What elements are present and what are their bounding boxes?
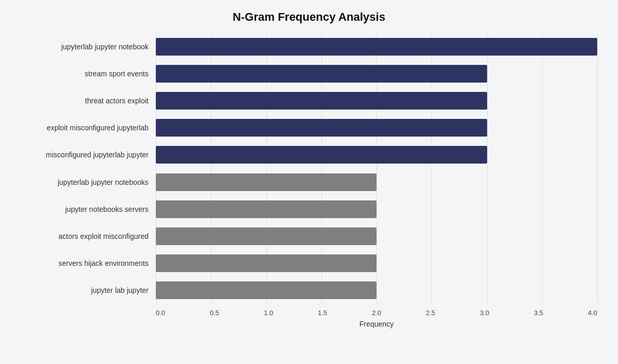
chart-container: N-Gram Frequency Analysis jupyterlab jup… <box>0 0 618 364</box>
bar-label: servers hijack environments <box>21 259 156 267</box>
bar-row: actors exploit misconfigured <box>21 223 597 250</box>
bar-fill <box>156 92 487 110</box>
x-tick: 3.0 <box>480 309 489 317</box>
bar-track <box>156 65 597 83</box>
x-tick: 2.5 <box>426 309 435 317</box>
x-tick: 2.0 <box>372 309 381 317</box>
bar-row: jupyter notebooks servers <box>21 196 597 223</box>
bar-track <box>156 146 597 164</box>
x-axis: 0.00.51.01.52.02.53.03.54.0 <box>156 309 597 317</box>
bar-fill <box>156 281 377 299</box>
bar-track <box>156 173 597 191</box>
bar-fill <box>156 200 377 218</box>
bar-track <box>156 200 597 218</box>
bar-label: jupyter notebooks servers <box>21 205 156 213</box>
bar-track <box>156 281 597 299</box>
bar-row: misconfigured jupyterlab jupyter <box>21 141 597 168</box>
bar-row: jupyterlab jupyter notebook <box>21 33 597 60</box>
bar-label: stream sport events <box>21 70 156 78</box>
x-axis-labels: 0.00.51.01.52.02.53.03.54.0 <box>156 309 597 317</box>
x-tick: 4.0 <box>588 309 597 317</box>
bar-fill <box>156 173 377 191</box>
bar-fill <box>156 65 487 83</box>
bar-label: jupyter lab jupyter <box>21 286 156 294</box>
bar-track <box>156 38 597 56</box>
bar-track <box>156 227 597 245</box>
x-tick: 1.0 <box>264 309 273 317</box>
bar-label: threat actors exploit <box>21 97 156 105</box>
bar-row: threat actors exploit <box>21 87 597 114</box>
bar-row: jupyter lab jupyter <box>21 277 597 304</box>
chart-area: jupyterlab jupyter notebookstream sport … <box>21 33 597 304</box>
bar-track <box>156 92 597 110</box>
bar-fill <box>156 146 487 164</box>
bar-fill <box>156 227 377 245</box>
bar-fill <box>156 119 487 137</box>
x-tick: 0.5 <box>210 309 219 317</box>
x-tick: 3.5 <box>534 309 543 317</box>
grid-line <box>597 33 598 304</box>
bar-label: exploit misconfigured jupyterlab <box>21 124 156 132</box>
x-tick: 0.0 <box>156 309 165 317</box>
bar-fill <box>156 254 377 272</box>
x-tick: 1.5 <box>318 309 327 317</box>
bar-label: actors exploit misconfigured <box>21 232 156 240</box>
bar-track <box>156 119 597 137</box>
bar-track <box>156 254 597 272</box>
bar-row: jupyterlab jupyter notebooks <box>21 168 597 195</box>
bars-section: jupyterlab jupyter notebookstream sport … <box>21 33 597 304</box>
bar-label: jupyterlab jupyter notebooks <box>21 178 156 186</box>
bar-fill <box>156 38 597 56</box>
bar-row: stream sport events <box>21 60 597 87</box>
bar-row: exploit misconfigured jupyterlab <box>21 114 597 141</box>
bar-label: jupyterlab jupyter notebook <box>21 43 156 51</box>
chart-title: N-Gram Frequency Analysis <box>21 10 597 24</box>
bar-row: servers hijack environments <box>21 250 597 277</box>
x-axis-title: Frequency <box>156 320 597 328</box>
bar-label: misconfigured jupyterlab jupyter <box>21 151 156 159</box>
